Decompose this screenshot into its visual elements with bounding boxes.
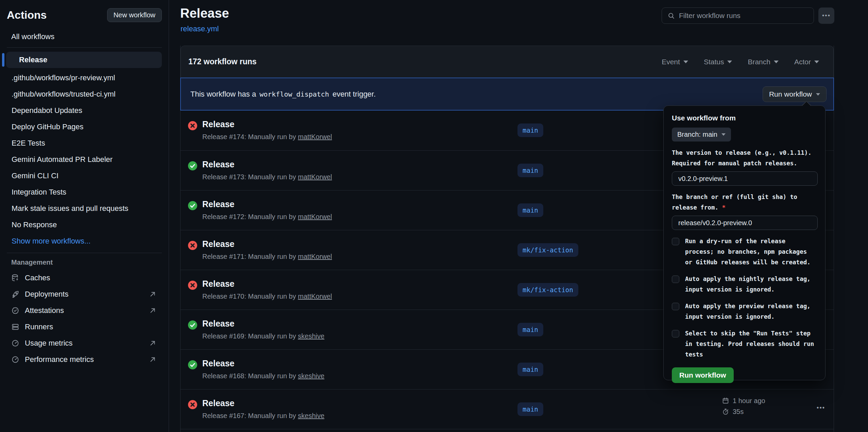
calendar-icon	[722, 397, 729, 404]
run-title[interactable]: Release	[202, 119, 235, 129]
actor-link[interactable]: mattKorwel	[298, 293, 332, 300]
sidebar-item-trusted-ci[interactable]: .github/workflows/trusted-ci.yml	[0, 86, 169, 102]
sidebar-item-no-response[interactable]: No Response	[0, 217, 169, 233]
branch-badge[interactable]: mk/fix-action	[517, 243, 578, 257]
run-title[interactable]: Release	[202, 359, 235, 368]
run-title[interactable]: Release	[202, 199, 235, 209]
page-title: Release	[180, 6, 229, 21]
sidebar-item-release-selected[interactable]: Release	[6, 52, 162, 68]
management-section-label: Management	[11, 259, 169, 266]
filter-branch[interactable]: Branch	[748, 58, 779, 66]
actor-link[interactable]: mattKorwel	[298, 133, 332, 140]
checkbox-label: Auto apply the nightly release tag, inpu…	[685, 274, 811, 295]
search-icon	[667, 12, 675, 19]
checkbox-label: Run a dry-run of the release process; no…	[685, 236, 811, 268]
workflow-dispatch-code: workflow_dispatch	[259, 90, 329, 98]
branch-badge[interactable]: main	[517, 123, 543, 137]
run-description: Release #170: Manually run by mattKorwel	[202, 293, 332, 300]
ref-input[interactable]	[672, 216, 818, 230]
show-more-workflows-link[interactable]: Show more workflows...	[0, 233, 169, 249]
checkbox-label: Select to skip the "Run Tests" step in t…	[685, 328, 814, 360]
sidebar-item-e2e-tests[interactable]: E2E Tests	[0, 135, 169, 151]
actor-link[interactable]: mattKorwel	[298, 173, 332, 181]
chevron-down-icon	[683, 61, 688, 63]
run-workflow-submit-button[interactable]: Run workflow	[672, 367, 734, 383]
filter-event[interactable]: Event	[662, 58, 688, 66]
actor-link[interactable]: skeshive	[298, 372, 324, 380]
actor-link[interactable]: skeshive	[298, 332, 324, 340]
sidebar-item-mark-stale[interactable]: Mark stale issues and pull requests	[0, 200, 169, 217]
required-marker: *	[722, 204, 726, 211]
meter-icon	[11, 339, 19, 347]
preview-tag-option: Auto apply the preview release tag, inpu…	[672, 301, 817, 322]
branch-badge[interactable]: main	[517, 363, 543, 376]
list-filters: Event Status Branch Actor	[662, 58, 819, 66]
run-workflow-dropdown-button[interactable]: Run workflow	[763, 86, 827, 102]
skip-tests-checkbox[interactable]	[672, 330, 679, 337]
run-row-167[interactable]: Release Release #167: Manually run by sk…	[181, 389, 834, 429]
server-icon	[11, 323, 19, 331]
sidebar-item-deploy-github-pages[interactable]: Deploy GitHub Pages	[0, 119, 169, 135]
branch-badge[interactable]: main	[517, 164, 543, 177]
run-description: Release #167: Manually run by skeshive	[202, 412, 324, 420]
success-icon	[188, 201, 197, 210]
workflow-nav: .github/workflows/pr-review.yml .github/…	[0, 70, 169, 249]
run-title[interactable]: Release	[202, 239, 235, 249]
filter-status[interactable]: Status	[704, 58, 732, 66]
nightly-tag-checkbox[interactable]	[672, 276, 679, 283]
run-title[interactable]: Release	[202, 398, 235, 408]
workflow-file-link[interactable]: release.yml	[181, 24, 219, 33]
search-input[interactable]	[679, 12, 801, 20]
filter-runs-search[interactable]	[662, 7, 814, 24]
cache-icon	[11, 274, 19, 282]
rocket-icon	[11, 290, 19, 298]
filter-actor[interactable]: Actor	[794, 58, 819, 66]
run-description: Release #173: Manually run by mattKorwel	[202, 173, 332, 181]
new-workflow-button[interactable]: New workflow	[107, 8, 162, 22]
run-title[interactable]: Release	[202, 319, 235, 329]
sidebar-item-performance-metrics[interactable]: Performance metrics	[0, 351, 169, 368]
branch-badge[interactable]: mk/fix-action	[517, 283, 578, 297]
meter-icon	[11, 355, 19, 364]
sidebar-item-deployments[interactable]: Deployments	[0, 286, 169, 302]
branch-badge[interactable]: main	[517, 203, 543, 217]
branch-badge[interactable]: main	[517, 402, 543, 416]
failure-icon	[188, 241, 197, 250]
preview-tag-checkbox[interactable]	[672, 303, 679, 310]
branch-select-button[interactable]: Branch: main	[672, 128, 731, 142]
actor-link[interactable]: mattKorwel	[298, 253, 332, 260]
sidebar-item-pr-review[interactable]: .github/workflows/pr-review.yml	[0, 70, 169, 86]
sidebar-item-all-workflows[interactable]: All workflows	[11, 32, 54, 41]
actor-link[interactable]: mattKorwel	[298, 213, 332, 220]
run-description: Release #171: Manually run by mattKorwel	[202, 253, 332, 261]
run-duration: 35s	[722, 406, 765, 417]
stopwatch-icon	[722, 408, 729, 415]
run-title[interactable]: Release	[202, 160, 235, 169]
sidebar-item-dependabot-updates[interactable]: Dependabot Updates	[0, 102, 169, 119]
sidebar-item-runners[interactable]: Runners	[0, 319, 169, 335]
page-kebab-menu-button[interactable]	[818, 7, 834, 24]
failure-icon	[188, 400, 197, 409]
sidebar-item-gemini-cli-ci[interactable]: Gemini CLI CI	[0, 168, 169, 184]
management-nav: Caches Deployments Attestations	[0, 270, 169, 368]
dry-run-checkbox[interactable]	[672, 238, 679, 245]
actions-sidebar: Actions New workflow All workflows Relea…	[0, 0, 169, 432]
sidebar-item-label: Deployments	[25, 290, 68, 299]
sidebar-item-gemini-pr-labeler[interactable]: Gemini Automated PR Labeler	[0, 151, 169, 168]
sidebar-item-usage-metrics[interactable]: Usage metrics	[0, 335, 169, 351]
actor-link[interactable]: skeshive	[298, 412, 324, 419]
version-input[interactable]	[672, 171, 818, 186]
ref-field-description: The branch or ref (full git sha) to rele…	[672, 192, 817, 213]
run-title[interactable]: Release	[202, 279, 235, 289]
sidebar-item-label: Usage metrics	[25, 339, 73, 348]
sidebar-divider	[7, 253, 162, 253]
run-count: 172 workflow runs	[188, 57, 257, 66]
branch-badge[interactable]: main	[517, 323, 543, 336]
run-description: Release #174: Manually run by mattKorwel	[202, 133, 332, 141]
arrow-up-right-icon	[149, 290, 156, 298]
run-description: Release #168: Manually run by skeshive	[202, 372, 324, 380]
sidebar-item-attestations[interactable]: Attestations	[0, 302, 169, 319]
sidebar-item-integration-tests[interactable]: Integration Tests	[0, 184, 169, 200]
sidebar-item-caches[interactable]: Caches	[0, 270, 169, 286]
run-kebab-menu-button[interactable]	[817, 404, 825, 412]
